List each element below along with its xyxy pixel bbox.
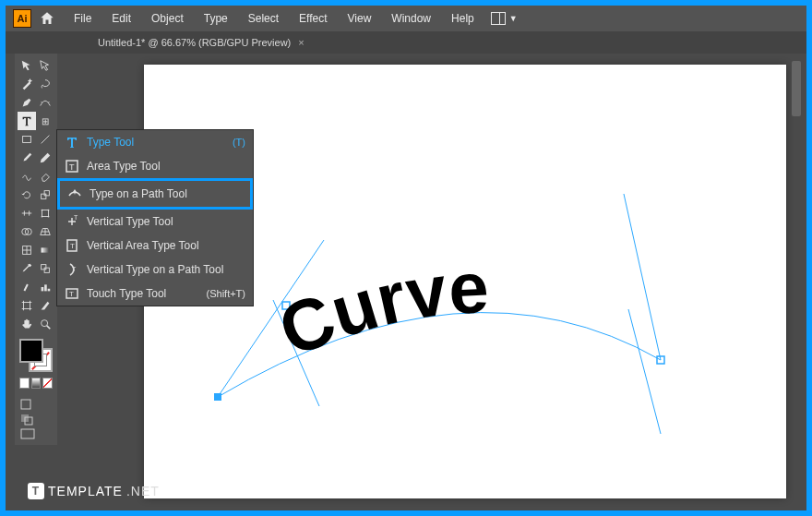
svg-line-37 <box>628 309 661 434</box>
close-tab-icon[interactable]: × <box>298 37 304 48</box>
flyout-shortcut: (Shift+T) <box>207 288 245 299</box>
flyout-label: Type Tool <box>87 136 134 149</box>
svg-line-21 <box>47 326 51 330</box>
svg-line-35 <box>624 194 661 360</box>
perspective-grid-tool-icon[interactable] <box>36 222 54 241</box>
svg-rect-22 <box>21 400 30 409</box>
right-panel-scrollbar[interactable] <box>792 61 801 116</box>
eraser-tool-icon[interactable] <box>36 167 54 186</box>
zoom-tool-icon[interactable] <box>36 315 54 333</box>
shape-builder-tool-icon[interactable] <box>18 222 36 241</box>
svg-rect-13 <box>42 247 50 252</box>
width-tool-icon[interactable] <box>18 204 36 222</box>
document-tab-bar: Untitled-1* @ 66.67% (RGB/GPU Preview) × <box>6 31 806 54</box>
screen-mode-icon[interactable] <box>19 427 36 440</box>
menu-edit[interactable]: Edit <box>102 8 140 29</box>
selection-tool-icon[interactable] <box>18 56 36 75</box>
menu-window[interactable]: Window <box>382 8 440 29</box>
menu-file[interactable]: File <box>65 8 101 29</box>
paintbrush-tool-icon[interactable] <box>18 149 36 167</box>
type-on-path-icon <box>67 186 82 201</box>
svg-rect-16 <box>42 287 44 291</box>
svg-rect-15 <box>44 268 49 272</box>
flyout-type-on-path-tool[interactable]: Type on a Path Tool <box>57 178 253 210</box>
eyedropper-tool-icon[interactable] <box>18 259 36 278</box>
document-tab-title: Untitled-1* @ 66.67% (RGB/GPU Preview) <box>98 37 291 48</box>
blend-tool-icon[interactable] <box>36 259 54 278</box>
type-tool-icon[interactable] <box>18 112 36 130</box>
gradient-tool-icon[interactable] <box>36 241 54 259</box>
artboard-tool-icon[interactable] <box>18 296 36 315</box>
menu-object[interactable]: Object <box>142 8 193 29</box>
svg-text:⊞: ⊞ <box>42 116 49 126</box>
pencil-tool-icon[interactable] <box>36 149 54 167</box>
fill-swatch[interactable] <box>19 339 43 363</box>
menu-view[interactable]: View <box>339 8 381 29</box>
svg-point-20 <box>42 320 48 327</box>
magic-wand-tool-icon[interactable] <box>18 75 36 93</box>
hand-tool-icon[interactable] <box>18 315 36 333</box>
flyout-vertical-type-on-path-tool[interactable]: T Vertical Type on a Path Tool <box>57 258 253 282</box>
color-swatches <box>18 337 54 390</box>
touch-type-tool-icon[interactable]: ⊞ <box>36 112 54 130</box>
svg-point-9 <box>48 216 50 218</box>
curve-text[interactable]: Curve <box>268 246 490 372</box>
color-mode-gradient-icon[interactable] <box>31 378 42 389</box>
flyout-area-type-tool[interactable]: T Area Type Tool <box>57 154 253 178</box>
shaper-tool-icon[interactable] <box>18 167 36 186</box>
svg-rect-5 <box>42 210 49 217</box>
screen-mode-controls <box>18 396 54 442</box>
direct-selection-tool-icon[interactable] <box>36 56 54 75</box>
svg-rect-17 <box>44 284 47 291</box>
rectangle-tool-icon[interactable] <box>18 130 36 149</box>
flyout-vertical-type-tool[interactable]: T Vertical Type Tool <box>57 210 253 234</box>
pen-tool-icon[interactable] <box>18 93 36 112</box>
vertical-type-icon: T <box>65 214 79 229</box>
svg-rect-4 <box>44 191 49 196</box>
free-transform-tool-icon[interactable] <box>36 204 54 222</box>
flyout-label: Vertical Type on a Path Tool <box>87 263 223 276</box>
mesh-tool-icon[interactable] <box>18 241 36 259</box>
svg-text:T: T <box>72 266 77 272</box>
watermark-logo-icon: T <box>28 483 44 499</box>
column-graph-tool-icon[interactable] <box>36 278 54 296</box>
svg-text:T: T <box>69 290 74 298</box>
flyout-touch-type-tool[interactable]: T Touch Type Tool (Shift+T) <box>57 282 253 306</box>
drawing-mode-normal-icon[interactable] <box>19 398 36 411</box>
work-area: ⊞ <box>6 54 806 510</box>
area-type-icon: T <box>65 159 79 174</box>
rotate-tool-icon[interactable] <box>18 186 36 204</box>
svg-rect-3 <box>42 194 46 198</box>
flyout-vertical-area-type-tool[interactable]: T Vertical Area Type Tool <box>57 234 253 258</box>
slice-tool-icon[interactable] <box>36 296 54 315</box>
menu-help[interactable]: Help <box>442 8 484 29</box>
svg-rect-19 <box>24 303 30 309</box>
svg-text:Curve: Curve <box>268 246 490 372</box>
app-logo-icon[interactable]: Ai <box>13 9 31 28</box>
workspace-switcher-icon[interactable]: ▼ <box>491 12 518 25</box>
menu-type[interactable]: Type <box>195 8 237 29</box>
svg-text:T: T <box>69 162 75 172</box>
svg-rect-38 <box>214 393 221 401</box>
type-tool-glyph-icon <box>65 135 79 150</box>
symbol-sprayer-tool-icon[interactable] <box>18 278 36 296</box>
lasso-tool-icon[interactable] <box>36 75 54 93</box>
flyout-type-tool[interactable]: Type Tool (T) <box>57 130 253 154</box>
flyout-label: Type on a Path Tool <box>90 187 187 200</box>
home-icon[interactable] <box>39 10 55 27</box>
vertical-area-type-icon: T <box>65 238 79 253</box>
scale-tool-icon[interactable] <box>36 186 54 204</box>
curvature-tool-icon[interactable] <box>36 93 54 112</box>
menu-select[interactable]: Select <box>239 8 288 29</box>
svg-rect-25 <box>21 429 34 438</box>
svg-rect-18 <box>48 289 51 292</box>
vertical-type-on-path-icon: T <box>65 262 79 277</box>
menu-effect[interactable]: Effect <box>290 8 336 29</box>
line-segment-tool-icon[interactable] <box>36 130 54 149</box>
drawing-mode-behind-icon[interactable] <box>19 413 36 426</box>
svg-rect-14 <box>42 265 46 270</box>
color-mode-none-icon[interactable] <box>42 378 53 389</box>
color-mode-solid-icon[interactable] <box>19 378 30 389</box>
document-tab[interactable]: Untitled-1* @ 66.67% (RGB/GPU Preview) × <box>89 33 314 52</box>
flyout-label: Vertical Type Tool <box>87 215 173 228</box>
